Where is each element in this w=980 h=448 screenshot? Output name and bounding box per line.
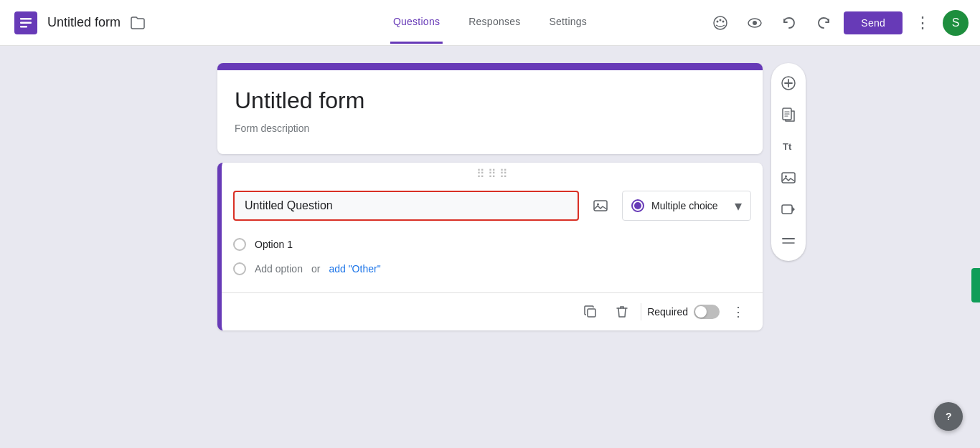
svg-text:Tt: Tt [783,141,792,152]
form-title-display[interactable]: Untitled form [235,87,745,114]
type-selector[interactable]: Multiple choice ▾ [622,191,751,221]
add-other-link[interactable]: add "Other" [329,263,380,275]
help-button[interactable]: ? [934,402,963,431]
form-description[interactable]: Form description [235,123,745,134]
svg-rect-1 [20,18,32,20]
svg-point-7 [722,20,725,22]
form-container: Untitled form Form description ⠿ ⠿ ⠿ [217,63,763,330]
tab-questions[interactable]: Questions [390,1,443,44]
form-title: Untitled form [47,15,121,30]
svg-point-6 [720,19,722,21]
green-tab [971,268,980,302]
avatar[interactable]: S [943,10,969,36]
import-questions-button[interactable] [774,100,803,129]
main-content: Untitled form Form description ⠿ ⠿ ⠿ [0,46,980,348]
drag-handle[interactable]: ⠿ ⠿ ⠿ [222,163,763,182]
add-question-button[interactable] [774,69,803,97]
question-input[interactable] [245,199,567,212]
delete-button[interactable] [609,299,635,325]
form-header-card: Untitled form Form description [217,63,763,154]
app-icon [11,9,40,37]
question-bottom: Required ⋮ [222,292,763,330]
svg-point-5 [717,20,719,22]
option-radio-1 [233,238,246,251]
chevron-down-icon: ▾ [735,197,742,214]
add-image-sidebar-button[interactable] [774,163,803,192]
option-row-1: Option 1 [233,232,751,257]
folder-icon[interactable] [128,13,148,33]
add-image-button[interactable] [588,193,613,219]
option-radio-add [233,262,246,275]
add-option-label[interactable]: Add option [255,263,303,275]
question-more-button[interactable]: ⋮ [725,299,751,325]
type-label: Multiple choice [651,200,718,211]
required-label: Required [647,306,688,318]
question-input-wrapper [233,191,579,221]
svg-rect-12 [588,309,595,317]
add-title-button[interactable]: Tt [774,132,803,161]
topbar: Untitled form Questions Responses Settin… [0,0,980,46]
preview-button[interactable] [740,9,769,37]
topbar-left: Untitled form [11,9,706,37]
svg-point-11 [597,204,599,206]
svg-rect-2 [20,22,32,24]
or-text: or [311,263,320,275]
add-option-row: Add option or add "Other" [233,257,751,281]
more-button[interactable]: ⋮ [908,9,937,37]
svg-point-22 [785,176,787,178]
duplicate-button[interactable] [578,299,603,325]
question-top: Multiple choice ▾ [222,182,763,229]
palette-button[interactable] [706,9,735,37]
options-area: Option 1 Add option or add "Other" [222,229,763,292]
svg-rect-3 [20,26,27,28]
question-card: ⠿ ⠿ ⠿ [217,163,763,330]
svg-point-4 [714,16,727,29]
tab-settings[interactable]: Settings [547,1,590,44]
svg-point-9 [753,21,757,25]
topbar-right: Send ⋮ S [706,9,969,37]
right-sidebar: Tt [771,63,806,261]
topbar-tabs: Questions Responses Settings [390,1,590,44]
undo-button[interactable] [775,9,804,37]
add-section-button[interactable] [774,227,803,255]
send-button[interactable]: Send [844,11,903,34]
required-toggle[interactable] [694,305,720,319]
divider [641,303,641,320]
radio-icon [631,199,644,212]
redo-button[interactable] [809,9,838,37]
svg-rect-10 [594,201,607,211]
add-video-button[interactable] [774,195,803,224]
svg-marker-24 [792,206,795,212]
option-label-1: Option 1 [255,239,293,250]
svg-text:?: ? [946,411,952,422]
tab-responses[interactable]: Responses [466,1,523,44]
svg-rect-23 [782,205,792,214]
